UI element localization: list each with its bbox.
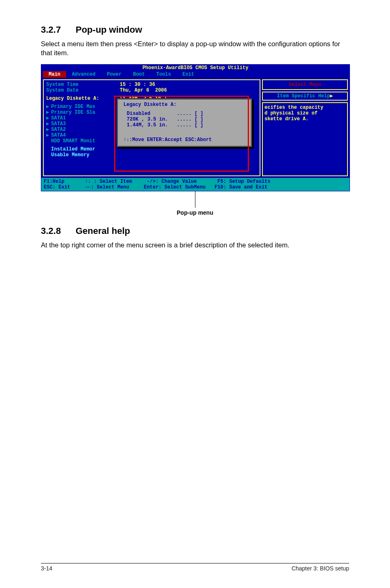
popup-option[interactable]: 720K , 3.5 in. ..... [ ] [121,117,248,122]
section-number: 3.2.7 [41,25,76,35]
callout-leader-line [195,191,195,208]
submenu-item[interactable]: Primary IDE Mas [51,104,95,110]
help-line: skette drive A. [264,116,345,122]
popup-footer: ↑↓:Move ENTER:Accept ESC:Abort [121,128,248,143]
tab-tools[interactable]: Tools [150,71,177,78]
submenu-item[interactable]: HDD SMART Monit [51,138,95,144]
tab-advanced[interactable]: Advanced [66,71,101,78]
popup-option[interactable]: 1.44M, 3.5 in. ..... [ ] [121,122,248,128]
section-title: General help [76,226,130,236]
footer-line-2: ESC: Exit →←: Select Menu Enter: Select … [44,184,347,190]
page-footer: 3-14 Chapter 3: BIOS setup [41,563,349,572]
tab-power[interactable]: Power [101,71,127,78]
section-heading-popup: 3.2.7Pop-up window [41,25,349,35]
submenu-item[interactable]: SATA2 [51,127,66,132]
bios-right-pane: Select Menu Item Specific Help▶ ecifies … [262,79,348,176]
system-date-value[interactable]: Thu, Apr 6 2006 [120,88,167,93]
triangle-icon: ▶ [46,115,51,121]
popup-window: Legacy Diskette A: Disabled ..... [ ] 72… [117,98,252,147]
help-line: d physical size of [264,110,345,116]
help-line: ecifies the capacity [264,105,345,110]
bios-footer: F1:Help ↑↓ : Select Item -/+: Change Val… [41,178,350,191]
triangle-icon: ▶ [330,93,333,99]
help-text-box: ecifies the capacity d physical size of … [262,102,348,176]
system-time-value[interactable]: 15 : 30 : 36 [120,82,155,88]
popup-title: Legacy Diskette A: [121,101,248,111]
submenu-item[interactable]: Primary IDE Sla [51,110,95,115]
help-header: Item Specific Help [277,93,330,99]
installed-memory-label: Installed Memor [51,146,95,152]
figure-caption: Pop-up menu [41,209,349,216]
triangle-icon: ▶ [46,127,51,132]
submenu-item[interactable]: SATA3 [51,121,66,127]
intro-text-2: At the top right corner of the menu scre… [41,240,349,249]
blank [46,152,51,158]
tab-main[interactable]: Main [43,71,66,78]
triangle-icon: ▶ [46,132,51,138]
bios-title: Phoenix-AwardBIOS CMOS Setup Utility [41,65,350,71]
usable-memory-label: Usable Memory [51,152,90,158]
system-date-label: System Date [46,88,78,93]
bios-left-pane: System Time 15 : 30 : 36 System Date Thu… [43,79,260,176]
bios-window: Phoenix-AwardBIOS CMOS Setup Utility Mai… [41,64,350,191]
tab-boot[interactable]: Boot [127,71,150,78]
submenu-item[interactable]: SATA1 [51,115,66,121]
intro-text-1: Select a menu item then press <Enter> to… [41,39,349,58]
blank [46,146,51,152]
page-number: 3-14 [41,565,52,572]
triangle-icon: ▶ [46,121,51,127]
triangle-icon: ▶ [46,110,51,115]
popup-option[interactable]: Disabled ..... [ ] [121,111,248,117]
tab-exit[interactable]: Exit [177,71,200,78]
select-menu-label: Select Menu [289,82,321,88]
submenu-item[interactable]: SATA4 [51,132,66,138]
section-heading-general-help: 3.2.8General help [41,226,349,236]
footer-line-1: F1:Help ↑↓ : Select Item -/+: Change Val… [44,179,347,184]
triangle-icon: ▶ [46,104,51,110]
help-header-box: Item Specific Help▶ [262,92,348,101]
select-menu-box: Select Menu [262,79,348,90]
triangle-icon [46,138,51,144]
section-title: Pop-up window [76,25,142,35]
system-time-label: System Time [46,82,78,88]
section-number: 3.2.8 [41,226,76,236]
chapter-label: Chapter 3: BIOS setup [291,565,349,572]
legacy-label[interactable]: Legacy Diskette A: [46,96,99,101]
bios-menubar: MainAdvancedPowerBootToolsExit [41,71,350,78]
